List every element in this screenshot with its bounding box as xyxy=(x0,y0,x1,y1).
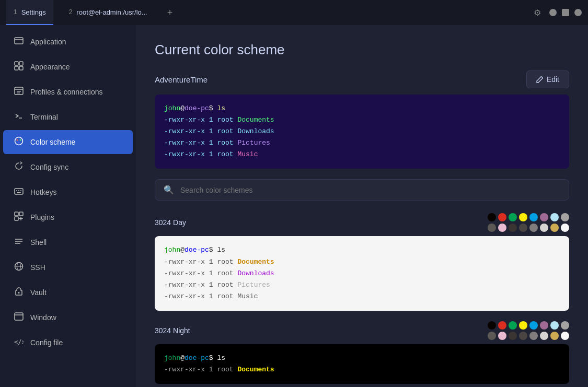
config-file-icon: </> xyxy=(14,337,24,348)
scheme-card-3024day[interactable]: 3024 Day xyxy=(155,213,569,310)
color-dot xyxy=(498,213,506,221)
color-row-1 xyxy=(488,213,569,221)
config-sync-icon xyxy=(14,161,24,173)
scheme-3024day-name: 3024 Day xyxy=(155,218,186,227)
sidebar-item-appearance-label: Appearance xyxy=(30,63,70,71)
current-scheme-name: AdventureTime xyxy=(155,75,207,84)
svg-rect-0 xyxy=(15,38,23,44)
settings-icon[interactable]: ⚙ xyxy=(534,8,541,18)
sidebar-item-application[interactable]: Application xyxy=(3,30,133,54)
main-container: Application Appearance Profiles & connec… xyxy=(0,25,588,387)
sidebar-item-window[interactable]: Window xyxy=(3,306,133,330)
sidebar-item-appearance[interactable]: Appearance xyxy=(3,55,133,79)
sidebar-item-profiles[interactable]: Profiles & connections xyxy=(3,80,133,104)
vault-icon xyxy=(14,287,24,298)
tab-terminal[interactable]: 2 root@el-admin:/usr/lo... xyxy=(62,0,155,25)
color-dot xyxy=(519,224,527,232)
svg-point-12 xyxy=(17,139,18,141)
tab-settings[interactable]: 1 Settings xyxy=(6,0,53,25)
tab2-label: root@el-admin:/usr/lo... xyxy=(76,8,147,16)
svg-point-11 xyxy=(15,137,23,145)
color-dot xyxy=(529,321,538,330)
color-dot xyxy=(540,213,548,221)
sidebar-item-terminal[interactable]: Terminal xyxy=(3,105,133,129)
color-dot xyxy=(509,213,517,221)
color-dot xyxy=(509,332,517,340)
new-tab-button[interactable]: + xyxy=(163,7,177,18)
close-button[interactable] xyxy=(574,9,582,16)
color-row-2 xyxy=(488,224,569,232)
maximize-button[interactable] xyxy=(562,9,569,16)
search-input[interactable] xyxy=(180,186,560,194)
scheme-3024night-header: 3024 Night xyxy=(155,321,569,340)
scheme-card-3024night[interactable]: 3024 Night xyxy=(155,321,569,384)
svg-point-29 xyxy=(18,292,20,294)
sidebar-item-vault[interactable]: Vault xyxy=(3,280,133,304)
tab1-num: 1 xyxy=(14,8,17,16)
scheme-3024night-preview: john@doe-pc$ ls -rwxr-xr-x 1 root Docume… xyxy=(155,344,569,384)
svg-rect-15 xyxy=(15,189,23,194)
sidebar-item-color-scheme[interactable]: Color scheme xyxy=(3,130,133,154)
titlebar: 1 Settings 2 root@el-admin:/usr/lo... + … xyxy=(0,0,588,25)
color-dot xyxy=(550,321,559,330)
svg-rect-20 xyxy=(15,212,18,216)
sidebar-item-plugins[interactable]: Plugins xyxy=(3,205,133,229)
color-scheme-icon xyxy=(14,136,24,148)
sidebar-item-application-label: Application xyxy=(30,38,66,46)
sidebar-item-shell-label: Shell xyxy=(30,238,47,247)
page-title: Current color scheme xyxy=(155,42,569,58)
sidebar-item-config-file[interactable]: </> Config file xyxy=(3,331,133,355)
color-dot xyxy=(550,224,559,232)
color-row-1n xyxy=(488,321,569,330)
color-dot xyxy=(561,321,569,330)
sidebar-item-vault-label: Vault xyxy=(30,288,47,297)
tab2-num: 2 xyxy=(69,8,73,16)
svg-point-13 xyxy=(20,139,21,141)
sidebar-item-config-file-label: Config file xyxy=(30,338,63,347)
edit-button[interactable]: Edit xyxy=(526,71,569,88)
sidebar-item-hotkeys[interactable]: Hotkeys xyxy=(3,180,133,204)
preview-line4: -rwxr-xr-x 1 root Music xyxy=(164,149,560,160)
color-dot xyxy=(488,321,496,330)
sidebar-item-plugins-label: Plugins xyxy=(30,213,54,221)
color-dot xyxy=(540,224,548,232)
color-dot xyxy=(519,321,527,330)
appearance-icon xyxy=(14,61,24,73)
preview-line2: -rwxr-xr-x 1 root Downloads xyxy=(164,126,560,137)
preview-day-line2: -rwxr-xr-x 1 root Downloads xyxy=(164,268,560,279)
sidebar-item-hotkeys-label: Hotkeys xyxy=(30,188,57,196)
ssh-icon xyxy=(14,262,24,273)
color-dot xyxy=(540,321,548,330)
sidebar-item-shell[interactable]: Shell xyxy=(3,230,133,254)
scheme-3024day-colors xyxy=(488,213,569,232)
terminal-icon xyxy=(14,111,24,123)
svg-rect-6 xyxy=(15,87,23,95)
scheme-3024night-colors xyxy=(488,321,569,340)
search-bar: 🔍 xyxy=(155,179,569,201)
preview-night-prompt: john@doe-pc$ ls xyxy=(164,353,560,364)
preview-line1: -rwxr-xr-x 1 root Documents xyxy=(164,114,560,126)
current-scheme-preview: john@doe-pc$ ls -rwxr-xr-x 1 root Docume… xyxy=(155,95,569,169)
hotkeys-icon xyxy=(14,186,24,198)
preview-day-line4: -rwxr-xr-x 1 root Music xyxy=(164,291,560,302)
sidebar-item-ssh[interactable]: SSH xyxy=(3,255,133,279)
color-dot xyxy=(488,332,496,340)
sidebar-item-config-sync[interactable]: Config sync xyxy=(3,155,133,179)
color-dot xyxy=(509,224,517,232)
svg-rect-2 xyxy=(15,62,18,65)
preview-day-line1: -rwxr-xr-x 1 root Documents xyxy=(164,256,560,268)
content-area: Current color scheme AdventureTime Edit … xyxy=(136,25,588,387)
minimize-button[interactable] xyxy=(549,9,557,16)
color-dot xyxy=(488,213,496,221)
preview-night-line1: -rwxr-xr-x 1 root Documents xyxy=(164,364,560,376)
sidebar-item-config-sync-label: Config sync xyxy=(30,163,68,171)
color-dot xyxy=(529,213,538,221)
window-controls xyxy=(549,9,582,16)
scheme-3024night-name: 3024 Night xyxy=(155,326,190,335)
plugins-icon xyxy=(14,212,24,223)
color-dot xyxy=(529,224,538,232)
current-scheme-header: AdventureTime Edit xyxy=(155,71,569,88)
shell-icon xyxy=(14,237,24,248)
color-dot xyxy=(550,332,559,340)
svg-rect-4 xyxy=(15,66,18,70)
